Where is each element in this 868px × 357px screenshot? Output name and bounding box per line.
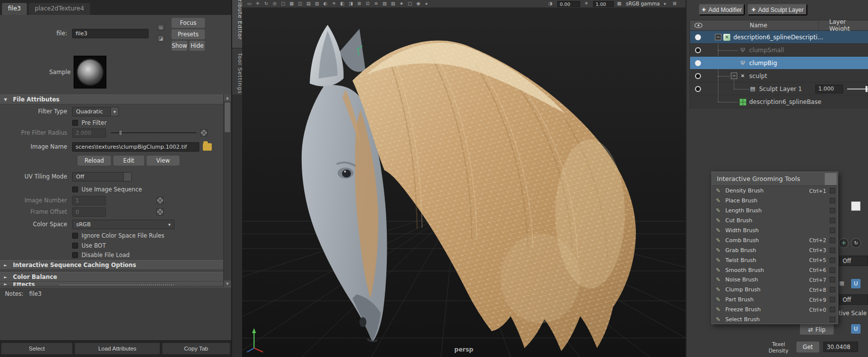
grooming-tool-item[interactable]: ✎ Place Brush	[712, 196, 838, 206]
tool-checkbox[interactable]	[830, 248, 835, 253]
tab-place2dtexture4[interactable]: place2dTexture4	[29, 3, 90, 15]
viewport-toolbar-icon[interactable]: □	[406, 0, 414, 7]
viewport-toolbar-icon[interactable]: ◧	[338, 0, 347, 7]
layer-weight-column-header[interactable]: Layer Weight	[829, 18, 868, 32]
panel-splitter[interactable]	[60, 284, 174, 285]
hide-button[interactable]: Hide	[189, 41, 205, 51]
grooming-tool-item[interactable]: ✎ Select Brush	[712, 315, 838, 325]
viewport-toolbar-icon[interactable]: ▥	[313, 0, 321, 7]
tool-checkbox[interactable]	[830, 198, 835, 203]
layer-name[interactable]: clumpBig	[749, 60, 777, 67]
load-attributes-button[interactable]: Load Attributes	[75, 343, 160, 355]
layer-name[interactable]: description6_splineDescripti...	[733, 34, 823, 41]
filter-type-dropdown[interactable]: Quadratic	[72, 107, 111, 116]
image-number-map-button[interactable]	[157, 197, 164, 204]
interactive-grooming-tools-window[interactable]: Interactive Grooming Tools ✎ Density Bru…	[711, 172, 838, 324]
uv-tiling-dropdown[interactable]: Off	[72, 172, 124, 181]
file-name-input[interactable]: file3	[72, 29, 149, 38]
viewport-toolbar-icon[interactable]: ▤	[304, 0, 313, 7]
slider-handle[interactable]	[119, 130, 122, 136]
gamma-icon[interactable]: ☀	[584, 0, 589, 6]
tool-checkbox[interactable]	[830, 287, 835, 292]
texel-density-get-button[interactable]: Get	[796, 342, 819, 353]
edit-button[interactable]: Edit	[113, 156, 144, 166]
layer-visibility-toggle[interactable]	[695, 73, 701, 79]
filter-type-dropdown-arrow[interactable]: ▼	[111, 107, 119, 116]
layer-name[interactable]: sculpt	[749, 73, 767, 80]
grooming-tool-item[interactable]: ✎ Length Brush	[712, 206, 838, 216]
viewport-toolbar-icon[interactable]: ▸	[423, 0, 431, 7]
use-image-sequence-checkbox[interactable]	[72, 186, 78, 192]
pre-filter-radius-map-button[interactable]	[200, 129, 207, 136]
viewport-toolbar-icon[interactable]: ≡	[372, 0, 380, 7]
copy-tab-button[interactable]: Copy Tab	[162, 343, 230, 355]
layer-row[interactable]: Ψ clumpSmall	[690, 44, 868, 57]
grooming-tool-item[interactable]: ✎ Twist Brush Ctrl+5	[712, 255, 838, 265]
texel-density-field[interactable]: 30.0408	[823, 342, 858, 352]
ignore-color-space-checkbox[interactable]	[72, 233, 78, 239]
layer-visibility-toggle[interactable]	[695, 34, 701, 40]
tool-checkbox[interactable]	[830, 307, 835, 312]
layer-row[interactable]: description6_splineBase	[690, 95, 868, 108]
layer-weight-slider[interactable]	[847, 89, 868, 89]
tool-checkbox[interactable]	[830, 218, 835, 223]
reset-circle-button[interactable]: ↻	[851, 238, 861, 248]
name-column-header[interactable]: Name	[750, 22, 767, 29]
select-button[interactable]: Select	[1, 343, 73, 355]
u-direction-button-1[interactable]: U	[851, 279, 861, 288]
view-button[interactable]: View	[147, 156, 179, 166]
grooming-tool-item[interactable]: ✎ Density Brush Ctrl+1	[712, 186, 838, 196]
browse-folder-icon[interactable]	[203, 143, 212, 151]
presets-button[interactable]: Presets	[172, 29, 205, 39]
viewport-toolbar-icon[interactable]: ⊡	[363, 0, 372, 7]
compositing-icon-bottom[interactable]: ◪	[157, 35, 165, 41]
layer-name[interactable]: clumpSmall	[749, 47, 784, 54]
grooming-tool-item[interactable]: ✎ Part Brush Ctrl+9	[712, 295, 838, 305]
tool-checkbox[interactable]	[830, 188, 835, 193]
exposure-icon[interactable]: ◑	[548, 0, 552, 6]
layer-row[interactable]: Ψ clumpBig	[690, 57, 868, 70]
texture-sample-swatch[interactable]	[74, 56, 106, 89]
tool-checkbox[interactable]	[830, 258, 835, 263]
viewport-toolbar-icon[interactable]: ☀	[330, 0, 338, 7]
viewport-toolbar-icon[interactable]: ★	[397, 0, 406, 7]
tool-checkbox[interactable]	[830, 277, 835, 282]
view-transform-selector[interactable]: sRGB gamma	[626, 1, 660, 6]
use-bot-checkbox[interactable]	[72, 243, 78, 249]
grooming-tool-item[interactable]: ✎ Smooth Brush Ctrl+6	[712, 265, 838, 275]
tool-checkbox[interactable]	[830, 268, 835, 273]
image-number-field[interactable]: 1	[72, 196, 106, 205]
layer-row[interactable]: − ✕ sculpt	[690, 70, 868, 83]
distance-dropdown[interactable]: Off	[839, 294, 868, 305]
sidebar-tab-attribute-editor[interactable]: Attribute Editor	[232, 0, 242, 48]
grooming-tool-item[interactable]: ✎ Freeze Brush Ctrl+0	[712, 305, 838, 315]
viewport-canvas[interactable]	[242, 0, 686, 357]
viewport-toolbar-icon[interactable]: ▧	[380, 0, 389, 7]
window-menu-button[interactable]	[825, 173, 837, 185]
u-direction-button-2[interactable]: U	[851, 324, 861, 334]
pre-filter-radius-field[interactable]: 2.000	[72, 128, 106, 138]
grooming-tool-item[interactable]: ✎ Comb Brush Ctrl+2	[712, 235, 838, 245]
viewport-toolbar-icon[interactable]: ◫	[296, 0, 304, 7]
tree-expander[interactable]: −	[731, 73, 737, 79]
color-space-dropdown[interactable]: sRGB ▼	[72, 220, 174, 229]
color-swatch[interactable]	[851, 201, 861, 211]
add-modifier-button[interactable]: ✚ Add Modifier	[699, 4, 745, 15]
focus-button[interactable]: Focus	[172, 18, 205, 28]
grooming-tool-item[interactable]: ✎ Width Brush	[712, 226, 838, 236]
view-transform-icon[interactable]: ▦	[617, 0, 621, 6]
frame-offset-map-button[interactable]	[157, 208, 164, 215]
image-name-input[interactable]: scenes\textures\clumpBigClump.1002.tif	[72, 142, 199, 152]
viewport-toolbar-icon[interactable]: ⊞	[355, 0, 363, 7]
viewport-toolbar-end-icon[interactable]: ⊞	[673, 0, 677, 6]
grooming-tool-item[interactable]: ✎ Noise Brush Ctrl+7	[712, 275, 838, 285]
reload-button[interactable]: Reload	[78, 156, 111, 166]
frame-offset-field[interactable]: 0	[72, 207, 106, 217]
gamma-field[interactable]: 1.00	[593, 1, 614, 7]
grooming-tool-item[interactable]: ✎ Grab Brush Ctrl+3	[712, 245, 838, 255]
tab-file3[interactable]: file3	[2, 3, 27, 15]
viewport-panel[interactable]: ▭ ✛ ↻ ◎ ▢ ▦ ◫ ▤ ▥ ◐	[242, 0, 686, 357]
uv-tiling-dropdown-arrow[interactable]	[124, 172, 132, 181]
viewport-toolbar-icon[interactable]: ▭	[245, 0, 254, 7]
tool-checkbox[interactable]	[830, 228, 835, 233]
